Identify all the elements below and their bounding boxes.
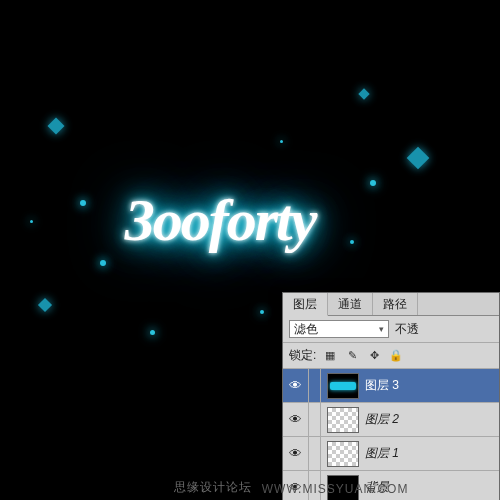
lock-label: 锁定: xyxy=(289,347,316,364)
opacity-label: 不透 xyxy=(395,321,419,338)
tab-paths[interactable]: 路径 xyxy=(373,293,418,315)
layer-name: 图层 2 xyxy=(365,411,499,428)
layer-name: 图层 1 xyxy=(365,445,499,462)
blend-row: 滤色 ▾ 不透 xyxy=(283,316,499,343)
lock-icons: ▦ ✎ ✥ 🔒 xyxy=(322,349,404,363)
tab-channels[interactable]: 通道 xyxy=(328,293,373,315)
panel-tabs: 图层 通道 路径 xyxy=(283,293,499,316)
visibility-toggle[interactable]: 👁 xyxy=(283,403,309,436)
layer-name: 图层 3 xyxy=(365,377,499,394)
eye-icon: 👁 xyxy=(289,446,302,461)
glow-text: 3ooforty xyxy=(125,186,316,255)
watermark-left: 思缘设计论坛 xyxy=(174,479,252,496)
layer-thumbnail[interactable] xyxy=(327,373,359,399)
visibility-toggle[interactable]: 👁 xyxy=(283,437,309,470)
blend-mode-value: 滤色 xyxy=(294,321,318,338)
chevron-down-icon: ▾ xyxy=(379,324,384,334)
layer-row[interactable]: 👁 图层 3 xyxy=(283,369,499,403)
layer-row[interactable]: 👁 图层 1 xyxy=(283,437,499,471)
layer-row[interactable]: 👁 图层 2 xyxy=(283,403,499,437)
layers-panel: 图层 通道 路径 滤色 ▾ 不透 锁定: ▦ ✎ ✥ 🔒 👁 图层 3 👁 xyxy=(282,292,500,500)
lock-row: 锁定: ▦ ✎ ✥ 🔒 xyxy=(283,343,499,369)
layer-thumbnail[interactable] xyxy=(327,407,359,433)
eye-icon: 👁 xyxy=(289,412,302,427)
lock-all-icon[interactable]: 🔒 xyxy=(388,349,404,363)
eye-icon: 👁 xyxy=(289,378,302,393)
tab-layers[interactable]: 图层 xyxy=(283,293,328,316)
lock-transparency-icon[interactable]: ▦ xyxy=(322,349,338,363)
layer-list: 👁 图层 3 👁 图层 2 👁 图层 1 👁 背景 xyxy=(283,369,499,500)
lock-position-icon[interactable]: ✥ xyxy=(366,349,382,363)
visibility-toggle[interactable]: 👁 xyxy=(283,369,309,402)
watermark-right: WWW.MISSYUAN.COM xyxy=(262,482,409,496)
lock-pixels-icon[interactable]: ✎ xyxy=(344,349,360,363)
blend-mode-select[interactable]: 滤色 ▾ xyxy=(289,320,389,338)
layer-thumbnail[interactable] xyxy=(327,441,359,467)
